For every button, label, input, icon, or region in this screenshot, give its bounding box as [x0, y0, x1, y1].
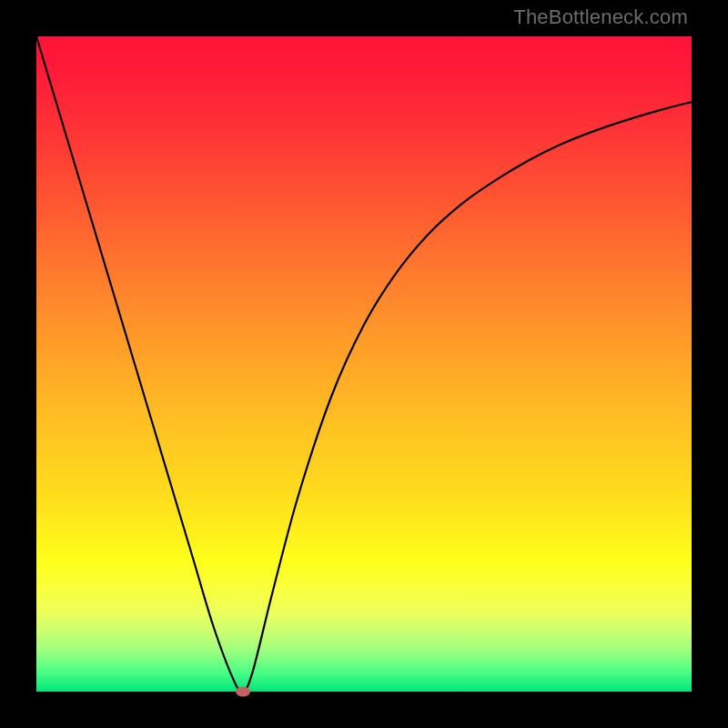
attribution-label: TheBottleneck.com [513, 5, 688, 29]
chart-frame: TheBottleneck.com [0, 0, 728, 728]
curve-layer [36, 36, 692, 692]
plot-area [36, 36, 692, 692]
minimum-marker [236, 687, 250, 697]
bottleneck-curve [36, 36, 692, 692]
